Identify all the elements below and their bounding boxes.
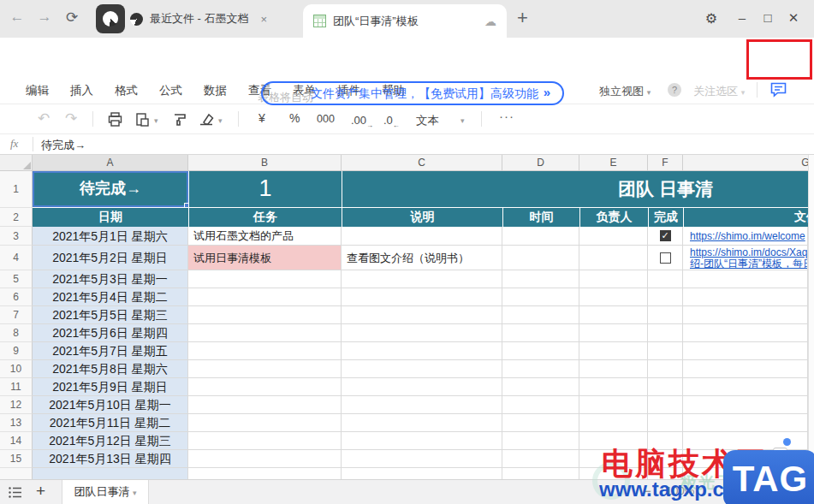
decrease-decimal-button[interactable]: .0← — [383, 112, 400, 129]
window-minimize-button[interactable]: – — [733, 10, 752, 25]
cell-owner[interactable] — [579, 378, 648, 396]
cell-file[interactable]: https://shimo.im/docs/Xaq4绍-团队“日事清”模板，每日 — [683, 246, 808, 270]
cell-time[interactable] — [502, 288, 579, 306]
row-number[interactable]: 3 — [0, 227, 33, 246]
cell-task[interactable] — [188, 324, 342, 342]
cell-task[interactable] — [188, 342, 342, 360]
tab-template-active[interactable]: 团队“日事清”模板 ☁ — [303, 4, 507, 38]
shimo-app-button[interactable] — [96, 4, 125, 33]
cell-done[interactable] — [648, 324, 683, 342]
undo-icon[interactable]: ↶ — [38, 110, 50, 127]
cell-file[interactable] — [683, 378, 808, 396]
header-task[interactable]: 任务 — [188, 208, 342, 227]
row-number[interactable]: 8 — [0, 324, 33, 342]
cell-file[interactable] — [683, 270, 808, 288]
cell-file[interactable] — [683, 324, 808, 342]
cell-note[interactable] — [342, 324, 502, 342]
row-number[interactable]: 2 — [0, 208, 33, 227]
cell-note[interactable] — [342, 378, 502, 396]
header-owner[interactable]: 负责人 — [579, 208, 648, 227]
refresh-icon[interactable]: ⟳ — [62, 9, 82, 27]
chevron-down-icon[interactable]: ▾ — [460, 116, 465, 125]
cell-time[interactable] — [502, 270, 579, 288]
menu-formula[interactable]: 公式 — [159, 83, 182, 98]
cell-date[interactable]: 2021年5月7日 星期五 — [33, 342, 188, 360]
row-number[interactable]: 10 — [0, 360, 33, 378]
checkbox-unchecked[interactable] — [660, 252, 671, 264]
cell-time[interactable] — [502, 432, 579, 450]
row-number[interactable]: 6 — [0, 288, 33, 306]
cell-owner[interactable] — [579, 246, 648, 270]
chevron-right-icon[interactable]: » — [544, 85, 550, 99]
percent-format-button[interactable]: % — [289, 111, 300, 125]
cell-task[interactable] — [188, 306, 342, 324]
row-number[interactable] — [0, 468, 33, 479]
cell-task[interactable] — [188, 360, 342, 378]
header-done[interactable]: 完成 — [648, 208, 683, 227]
spreadsheet-grid[interactable]: A B C D E F G 1 2 待完成→ 1 团队 日事清 日期 任务 说明… — [0, 155, 814, 479]
cell-date[interactable]: 2021年5月5日 星期三 — [33, 306, 188, 324]
cell-date[interactable]: 2021年5月13日 星期四 — [33, 450, 188, 468]
cell-date[interactable]: 2021年5月9日 星期日 — [33, 378, 188, 396]
cell-done[interactable] — [648, 378, 683, 396]
cell-A1-selected[interactable]: 待完成→ — [33, 171, 188, 208]
row-number[interactable]: 11 — [0, 378, 33, 396]
cell-time[interactable] — [502, 342, 579, 360]
header-date[interactable]: 日期 — [33, 208, 188, 227]
cell-file[interactable]: https://shimo.im/welcome — [683, 227, 808, 246]
add-sheet-button[interactable]: + — [36, 482, 45, 501]
cell-task[interactable] — [188, 432, 342, 450]
file-link[interactable]: https://shimo.im/welcome — [690, 227, 807, 246]
col-header-D[interactable]: D — [502, 155, 579, 171]
cell-done[interactable] — [648, 246, 683, 270]
cell-note[interactable] — [342, 468, 502, 479]
cell-title-merged[interactable]: 团队 日事清 — [342, 171, 814, 208]
cell-note[interactable] — [342, 306, 502, 324]
forward-icon[interactable]: → — [34, 9, 55, 26]
cell-owner[interactable] — [579, 227, 648, 246]
row-number[interactable]: 9 — [0, 342, 33, 360]
cell-date[interactable]: 2021年5月10日 星期一 — [33, 396, 188, 414]
cell-time[interactable] — [502, 396, 579, 414]
row-number[interactable]: 7 — [0, 306, 33, 324]
cell-done[interactable] — [648, 396, 683, 414]
menu-insert[interactable]: 插入 — [70, 83, 93, 98]
thousands-format-button[interactable]: 000 — [317, 113, 335, 125]
promo-notice[interactable]: 文件资产集中管理，【免费试用】高级功能 » — [261, 81, 564, 105]
tab-close-icon[interactable]: × — [261, 13, 268, 26]
cell-format-select[interactable]: 文本 — [416, 113, 439, 128]
new-tab-button[interactable]: + — [517, 7, 528, 29]
cell-task[interactable]: 试用石墨文档的产品 — [188, 227, 342, 246]
cell-date[interactable]: 2021年5月4日 星期二 — [33, 288, 188, 306]
cell-date[interactable]: 2021年5月3日 星期一 — [33, 270, 188, 288]
cell-time[interactable] — [502, 468, 579, 479]
cell-B1[interactable]: 1 — [188, 171, 342, 208]
print-icon[interactable] — [108, 112, 122, 127]
header-time[interactable]: 时间 — [502, 208, 579, 227]
cell-owner[interactable] — [579, 288, 648, 306]
cell-done[interactable] — [648, 306, 683, 324]
cell-done[interactable] — [648, 360, 683, 378]
cell-task[interactable] — [188, 468, 342, 479]
row-number[interactable]: 5 — [0, 270, 33, 288]
cell-file[interactable] — [683, 414, 808, 432]
header-note[interactable]: 说明 — [342, 208, 502, 227]
vertical-scrollbar[interactable] — [808, 155, 814, 479]
col-header-A[interactable]: A — [33, 155, 188, 171]
comment-icon[interactable] — [770, 82, 787, 98]
cell-date[interactable]: 2021年5月2日 星期日 — [33, 246, 188, 270]
row-number[interactable]: 4 — [0, 246, 33, 270]
cell-owner[interactable] — [579, 396, 648, 414]
cell-task[interactable] — [188, 450, 342, 468]
chevron-down-icon[interactable]: ▾ — [133, 489, 137, 497]
cell-note[interactable] — [342, 432, 502, 450]
cell-note[interactable] — [342, 450, 502, 468]
cell-date[interactable]: 2021年5月11日 星期二 — [33, 414, 188, 432]
settings-gear-icon[interactable]: ⚙ — [702, 10, 721, 27]
sheet-tab-active[interactable]: 团队日事清 ▾ — [62, 480, 149, 504]
cell-owner[interactable] — [579, 414, 648, 432]
cell-date[interactable]: 2021年5月6日 星期四 — [33, 324, 188, 342]
cell-note[interactable] — [342, 414, 502, 432]
cell-time[interactable] — [502, 246, 579, 270]
row-number[interactable]: 14 — [0, 432, 33, 450]
